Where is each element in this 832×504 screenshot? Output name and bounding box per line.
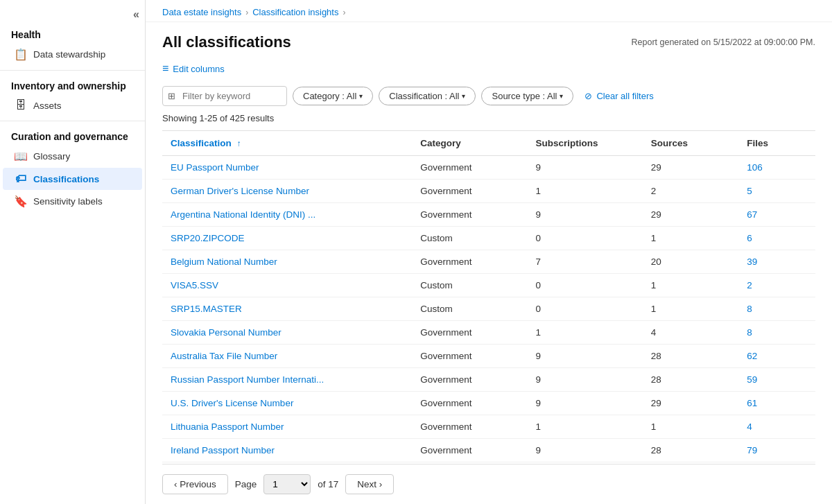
cell-classification[interactable]: German Driver's License Number (162, 180, 412, 203)
table-row: SRP15.MASTERCustom018 (162, 297, 815, 321)
cell-classification[interactable]: Ireland Passport Number (162, 439, 412, 462)
files-link[interactable]: 2 (747, 280, 752, 290)
classification-link[interactable]: Ireland Passport Number (171, 445, 275, 455)
cell-sources: 1 (643, 297, 739, 321)
classifications-table-wrap[interactable]: Classification ↑ Category Subscriptions … (162, 130, 815, 464)
files-link[interactable]: 106 (747, 162, 763, 173)
sidebar-section-health[interactable]: Health (0, 24, 145, 43)
files-link[interactable]: 59 (747, 374, 757, 385)
cell-classification[interactable]: Argentina National Identity (DNI) ... (162, 203, 412, 227)
cell-files[interactable]: 61 (738, 392, 815, 415)
classification-link[interactable]: U.S. Driver's License Number (171, 398, 293, 408)
cell-classification[interactable]: Australia Tax File Number (162, 345, 412, 368)
files-link[interactable]: 61 (747, 398, 757, 408)
cell-classification[interactable]: Belgium National Number (162, 250, 412, 274)
cell-files[interactable]: 106 (738, 156, 815, 180)
cell-classification[interactable]: Latvia Driver's License Number (162, 462, 412, 464)
files-link[interactable]: 5 (747, 186, 752, 196)
edit-columns-button[interactable]: ≡ Edit columns (162, 60, 815, 78)
sidebar-item-sensitivity-labels[interactable]: 🔖 Sensitivity labels (3, 190, 142, 213)
files-link[interactable]: 4 (747, 422, 752, 432)
sidebar-section-curation[interactable]: Curation and governance (0, 125, 145, 145)
col-header-classification[interactable]: Classification ↑ (162, 131, 412, 156)
classification-link[interactable]: Belgium National Number (171, 257, 277, 267)
cell-classification[interactable]: EU Passport Number (162, 156, 412, 180)
cell-classification[interactable]: SRP20.ZIPCODE (162, 227, 412, 250)
category-filter-pill[interactable]: Category : All ▾ (293, 87, 373, 105)
cell-category: Government (412, 462, 527, 464)
classification-link[interactable]: Russian Passport Number Internati... (171, 374, 324, 385)
category-dropdown-icon: ▾ (359, 92, 363, 100)
cell-classification[interactable]: Lithuania Passport Number (162, 415, 412, 439)
files-link[interactable]: 62 (747, 351, 757, 361)
cell-files[interactable]: 8 (738, 297, 815, 321)
files-link[interactable]: 8 (747, 327, 752, 338)
source-type-filter-pill[interactable]: Source type : All ▾ (481, 87, 573, 105)
files-link[interactable]: 67 (747, 209, 757, 220)
page-label: Page (235, 479, 257, 489)
col-category-label: Category (420, 138, 461, 148)
cell-subscriptions: 0 (527, 227, 642, 250)
page-select[interactable]: 1234567891011121314151617 (263, 474, 311, 494)
table-row: Russian Passport Number Internati...Gove… (162, 368, 815, 392)
cell-category: Government (412, 368, 527, 392)
cell-classification[interactable]: Slovakia Personal Number (162, 321, 412, 345)
cell-files[interactable]: 67 (738, 203, 815, 227)
cell-files[interactable]: 4 (738, 415, 815, 439)
cell-classification[interactable]: SRP15.MASTER (162, 297, 412, 321)
classification-filter-pill[interactable]: Classification : All ▾ (379, 87, 476, 105)
sidebar-item-classifications[interactable]: 🏷 Classifications (3, 168, 142, 190)
cell-files[interactable]: 39 (738, 250, 815, 274)
next-button[interactable]: Next › (345, 474, 394, 494)
table-row: Slovakia Personal NumberGovernment148 (162, 321, 815, 345)
breadcrumb-classification-insights[interactable]: Classification insights (252, 7, 338, 17)
files-link[interactable]: 6 (747, 233, 752, 243)
sensitivity-labels-icon: 🔖 (14, 195, 28, 208)
classification-link[interactable]: Australia Tax File Number (171, 351, 277, 361)
sidebar-section-inventory[interactable]: Inventory and ownership (0, 75, 145, 94)
cell-category: Government (412, 180, 527, 203)
cell-files[interactable]: 8 (738, 321, 815, 345)
clear-all-filters-button[interactable]: ⊘ Clear all filters (579, 88, 659, 104)
collapse-button[interactable]: « (0, 6, 145, 24)
cell-files[interactable]: 5 (738, 180, 815, 203)
cell-classification[interactable]: VISA5.SSV (162, 274, 412, 297)
sidebar-item-glossary[interactable]: 📖 Glossary (3, 145, 142, 168)
cell-files[interactable]: 6 (738, 227, 815, 250)
collapse-icon[interactable]: « (133, 8, 139, 21)
col-classification-label: Classification (171, 138, 232, 148)
files-link[interactable]: 8 (747, 304, 752, 314)
col-header-sources[interactable]: Sources (643, 131, 739, 156)
col-header-subscriptions[interactable]: Subscriptions (527, 131, 642, 156)
classification-link[interactable]: Lithuania Passport Number (171, 422, 284, 432)
previous-button[interactable]: ‹ Previous (162, 474, 228, 494)
classification-link[interactable]: Slovakia Personal Number (171, 327, 281, 338)
cell-files[interactable]: 2 (738, 274, 815, 297)
files-link[interactable]: 39 (747, 257, 757, 267)
breadcrumb-data-estate[interactable]: Data estate insights (162, 7, 241, 17)
col-header-files[interactable]: Files (738, 131, 815, 156)
cell-classification[interactable]: U.S. Driver's License Number (162, 392, 412, 415)
cell-sources: 1 (643, 415, 739, 439)
classification-link[interactable]: VISA5.SSV (171, 280, 218, 290)
keyword-filter-input[interactable] (162, 86, 287, 106)
cell-classification[interactable]: Russian Passport Number Internati... (162, 368, 412, 392)
classifications-table: Classification ↑ Category Subscriptions … (162, 131, 815, 464)
cell-subscriptions: 0 (527, 274, 642, 297)
col-header-category[interactable]: Category (412, 131, 527, 156)
cell-files[interactable]: 79 (738, 439, 815, 462)
cell-sources: 2 (643, 180, 739, 203)
sidebar-item-data-stewardship[interactable]: 📋 Data stewardship (3, 43, 142, 66)
col-files-label: Files (747, 138, 768, 148)
classification-link[interactable]: German Driver's License Number (171, 186, 309, 196)
cell-files[interactable]: 59 (738, 368, 815, 392)
table-row: Latvia Driver's License NumberGovernment… (162, 462, 815, 464)
classification-link[interactable]: SRP20.ZIPCODE (171, 233, 245, 243)
classification-link[interactable]: EU Passport Number (171, 162, 259, 173)
sidebar-item-assets[interactable]: 🗄 Assets (3, 94, 142, 116)
cell-subscriptions: 0 (527, 297, 642, 321)
files-link[interactable]: 79 (747, 445, 757, 455)
classification-link[interactable]: SRP15.MASTER (171, 304, 242, 314)
cell-files[interactable]: 62 (738, 345, 815, 368)
classification-link[interactable]: Argentina National Identity (DNI) ... (171, 209, 315, 220)
